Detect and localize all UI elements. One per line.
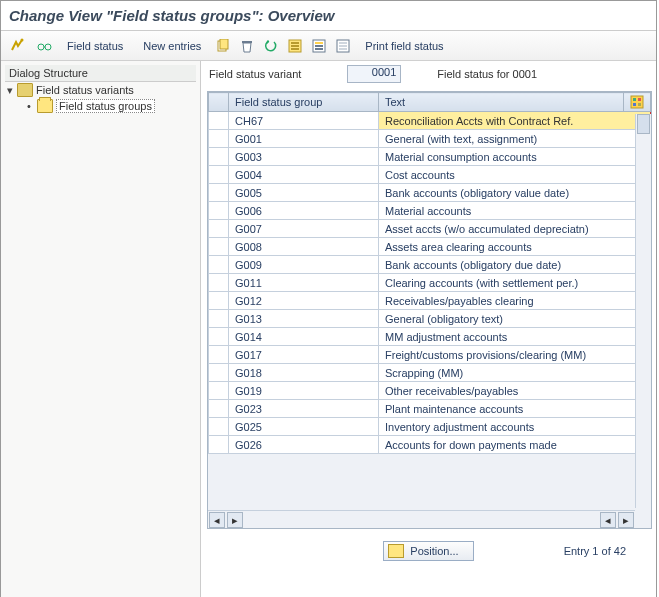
table-row[interactable]: G001General (with text, assignment) (209, 130, 651, 148)
cell-text[interactable]: Cost accounts (379, 166, 651, 184)
cell-text[interactable]: Clearing accounts (with settlement per.) (379, 274, 651, 292)
tree-node-variants[interactable]: ▾ Field status variants (5, 82, 196, 98)
table-row[interactable]: G008Assets area clearing accounts (209, 238, 651, 256)
select-block-icon[interactable] (309, 36, 329, 56)
scroll-left-icon[interactable]: ◂ (600, 512, 616, 528)
new-entries-link[interactable]: New entries (135, 40, 209, 52)
cell-code[interactable]: G001 (229, 130, 379, 148)
table-row[interactable]: G018Scrapping (MM) (209, 364, 651, 382)
cell-text[interactable]: General (obligatory text) (379, 310, 651, 328)
scroll-thumb[interactable] (637, 114, 650, 134)
row-selector[interactable] (209, 202, 229, 220)
delete-icon[interactable] (237, 36, 257, 56)
cell-code[interactable]: G026 (229, 436, 379, 454)
row-selector[interactable] (209, 148, 229, 166)
cell-code[interactable]: G006 (229, 202, 379, 220)
row-selector[interactable] (209, 166, 229, 184)
cell-text[interactable]: Reconciliation Accts with Contract Ref. (379, 112, 651, 130)
col-header-code[interactable]: Field status group (229, 93, 379, 112)
cell-code[interactable]: G004 (229, 166, 379, 184)
cell-text[interactable]: General (with text, assignment) (379, 130, 651, 148)
cell-code[interactable]: G009 (229, 256, 379, 274)
table-row[interactable]: G017Freight/customs provisions/clearing … (209, 346, 651, 364)
print-link[interactable]: Print field status (357, 40, 451, 52)
row-selector[interactable] (209, 382, 229, 400)
row-selector[interactable] (209, 310, 229, 328)
row-selector[interactable] (209, 256, 229, 274)
select-all-icon[interactable] (285, 36, 305, 56)
cell-code[interactable]: G003 (229, 148, 379, 166)
table-row[interactable]: G013General (obligatory text) (209, 310, 651, 328)
cell-code[interactable]: G014 (229, 328, 379, 346)
scroll-left-icon[interactable]: ◂ (209, 512, 225, 528)
cell-text[interactable]: Bank accounts (obligatory due date) (379, 256, 651, 274)
row-selector[interactable] (209, 130, 229, 148)
table-row[interactable]: G005Bank accounts (obligatory value date… (209, 184, 651, 202)
row-selector[interactable] (209, 238, 229, 256)
cell-code[interactable]: G025 (229, 418, 379, 436)
cell-code[interactable]: G019 (229, 382, 379, 400)
cell-text[interactable]: Accounts for down payments made (379, 436, 651, 454)
vertical-scrollbar[interactable] (635, 114, 651, 508)
cell-text[interactable]: Material consumption accounts (379, 148, 651, 166)
table-row[interactable]: G023Plant maintenance accounts (209, 400, 651, 418)
cell-text[interactable]: Material accounts (379, 202, 651, 220)
cell-code[interactable]: CH67 (229, 112, 379, 130)
row-selector[interactable] (209, 400, 229, 418)
table-row[interactable]: G007Asset accts (w/o accumulated depreci… (209, 220, 651, 238)
cell-text[interactable]: Inventory adjustment accounts (379, 418, 651, 436)
cell-code[interactable]: G013 (229, 310, 379, 328)
cell-text[interactable]: MM adjustment accounts (379, 328, 651, 346)
row-selector[interactable] (209, 436, 229, 454)
table-row[interactable]: G004Cost accounts (209, 166, 651, 184)
cell-text[interactable]: Assets area clearing accounts (379, 238, 651, 256)
row-selector[interactable] (209, 274, 229, 292)
undo-icon[interactable] (261, 36, 281, 56)
glasses-icon[interactable] (33, 36, 55, 56)
row-selector[interactable] (209, 364, 229, 382)
table-row[interactable]: CH67Reconciliation Accts with Contract R… (209, 112, 651, 130)
horizontal-scrollbar[interactable]: ◂ ▸ ◂ ▸ (208, 510, 635, 528)
copy-icon[interactable] (213, 36, 233, 56)
tree-caret-icon[interactable]: ▾ (7, 84, 17, 97)
table-settings-button[interactable] (624, 93, 651, 112)
cell-code[interactable]: G007 (229, 220, 379, 238)
cell-code[interactable]: G005 (229, 184, 379, 202)
cell-text[interactable]: Asset accts (w/o accumulated depreciatn) (379, 220, 651, 238)
cell-text[interactable]: Freight/customs provisions/clearing (MM) (379, 346, 651, 364)
table-row[interactable]: G003Material consumption accounts (209, 148, 651, 166)
row-selector[interactable] (209, 418, 229, 436)
tree-node-groups[interactable]: • Field status groups (5, 98, 196, 114)
cell-text[interactable]: Scrapping (MM) (379, 364, 651, 382)
table-row[interactable]: G009Bank accounts (obligatory due date) (209, 256, 651, 274)
cell-text[interactable]: Other receivables/payables (379, 382, 651, 400)
row-selector[interactable] (209, 346, 229, 364)
col-header-text[interactable]: Text (379, 93, 624, 112)
scroll-right-icon[interactable]: ▸ (618, 512, 634, 528)
row-selector[interactable] (209, 292, 229, 310)
deselect-icon[interactable] (333, 36, 353, 56)
table-row[interactable]: G019Other receivables/payables (209, 382, 651, 400)
table-row[interactable]: G025Inventory adjustment accounts (209, 418, 651, 436)
cell-text[interactable]: Receivables/payables clearing (379, 292, 651, 310)
variant-value[interactable]: 0001 (347, 65, 401, 83)
cell-text[interactable]: Plant maintenance accounts (379, 400, 651, 418)
row-selector[interactable] (209, 328, 229, 346)
table-row[interactable]: G026Accounts for down payments made (209, 436, 651, 454)
row-selector-header[interactable] (209, 93, 229, 112)
row-selector[interactable] (209, 220, 229, 238)
other-view-icon[interactable] (7, 36, 29, 56)
table-row[interactable]: G006Material accounts (209, 202, 651, 220)
position-button[interactable]: Position... (383, 541, 473, 561)
table-row[interactable]: G012Receivables/payables clearing (209, 292, 651, 310)
cell-code[interactable]: G008 (229, 238, 379, 256)
field-status-link[interactable]: Field status (59, 40, 131, 52)
row-selector[interactable] (209, 184, 229, 202)
cell-text[interactable]: Bank accounts (obligatory value date) (379, 184, 651, 202)
table-row[interactable]: G014MM adjustment accounts (209, 328, 651, 346)
row-selector[interactable] (209, 112, 229, 130)
cell-code[interactable]: G023 (229, 400, 379, 418)
cell-code[interactable]: G017 (229, 346, 379, 364)
scroll-right-icon[interactable]: ▸ (227, 512, 243, 528)
cell-code[interactable]: G018 (229, 364, 379, 382)
